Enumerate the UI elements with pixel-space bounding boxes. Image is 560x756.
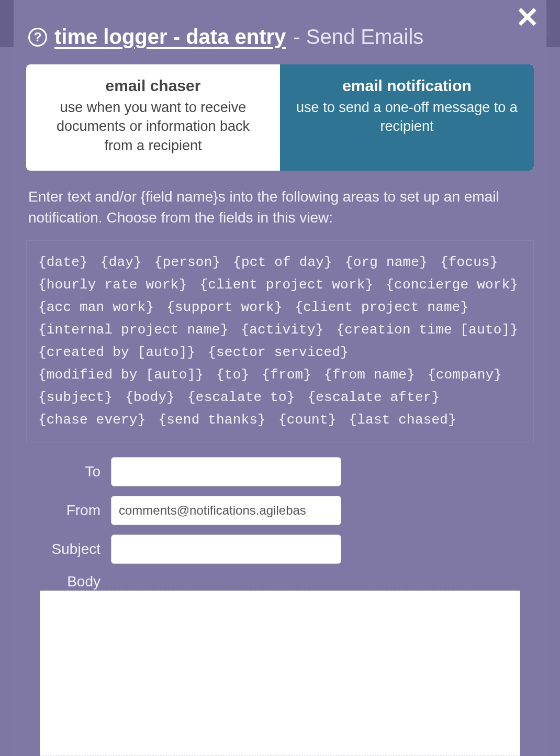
- subject-input[interactable]: [111, 535, 341, 564]
- close-icon[interactable]: ✕: [516, 3, 539, 31]
- field-token[interactable]: {modified by [auto]}: [38, 365, 204, 385]
- body-label: Body: [29, 573, 103, 590]
- subject-label: Subject: [29, 541, 103, 558]
- field-token[interactable]: {day}: [100, 252, 142, 273]
- field-token[interactable]: {acc man work}: [38, 297, 154, 318]
- field-token[interactable]: {client project name}: [295, 297, 469, 318]
- field-token[interactable]: {internal project name}: [38, 320, 228, 340]
- modal-title: ? time logger - data entry - Send Emails: [28, 25, 534, 49]
- modal-title-sub: - Send Emails: [293, 25, 423, 49]
- field-token[interactable]: {subject}: [38, 387, 113, 408]
- field-token[interactable]: {send thanks}: [158, 410, 265, 430]
- field-token[interactable]: {pct of day}: [233, 252, 332, 273]
- to-input[interactable]: [111, 457, 341, 486]
- help-icon[interactable]: ?: [28, 28, 47, 47]
- field-token[interactable]: {focus}: [440, 252, 498, 273]
- field-token[interactable]: {count}: [278, 410, 337, 430]
- from-input[interactable]: [111, 496, 341, 525]
- field-token[interactable]: {client project work}: [199, 275, 373, 295]
- tab-notification-title: email notification: [295, 77, 519, 95]
- tab-email-notification[interactable]: email notification use to send a one-off…: [280, 64, 534, 171]
- to-label: To: [29, 463, 103, 480]
- field-token[interactable]: {date}: [38, 252, 88, 273]
- field-token[interactable]: {chase every}: [38, 410, 145, 430]
- modal-title-main[interactable]: time logger - data entry: [54, 25, 286, 49]
- field-token[interactable]: {support work}: [166, 297, 282, 318]
- field-token[interactable]: {from name}: [324, 365, 415, 385]
- field-token[interactable]: {creation time [auto]}: [337, 320, 519, 340]
- tab-notification-desc: use to send a one-off message to a recip…: [295, 98, 519, 136]
- field-tokens-panel: {date}{day}{person}{pct of day}{org name…: [26, 240, 534, 442]
- tab-chaser-desc: use when you want to receive documents o…: [41, 98, 265, 155]
- field-token[interactable]: {company}: [428, 365, 502, 385]
- field-token[interactable]: {escalate after}: [308, 387, 440, 408]
- field-token[interactable]: {org name}: [345, 252, 428, 273]
- field-token[interactable]: {hourly rate work}: [38, 275, 187, 295]
- field-token[interactable]: {escalate to}: [187, 387, 295, 408]
- field-token[interactable]: {sector serviced}: [208, 342, 349, 363]
- field-token[interactable]: {concierge work}: [386, 275, 518, 295]
- field-token[interactable]: {person}: [154, 252, 220, 273]
- field-token[interactable]: {created by [auto]}: [38, 342, 195, 363]
- body-textarea[interactable]: [40, 591, 520, 756]
- field-token[interactable]: {activity}: [241, 320, 323, 340]
- field-token[interactable]: {from}: [262, 365, 311, 385]
- tab-email-chaser[interactable]: email chaser use when you want to receiv…: [26, 64, 280, 171]
- email-form: To From Subject Body: [29, 457, 534, 590]
- field-token[interactable]: {to}: [216, 365, 249, 385]
- field-token[interactable]: {body}: [125, 387, 175, 408]
- field-token[interactable]: {last chased}: [349, 410, 456, 430]
- instructions-text: Enter text and/or {field name}s into the…: [28, 186, 532, 227]
- email-type-tabs: email chaser use when you want to receiv…: [26, 64, 534, 171]
- from-label: From: [29, 502, 103, 519]
- send-emails-modal: ✕ ? time logger - data entry - Send Emai…: [14, 0, 546, 756]
- tab-chaser-title: email chaser: [41, 77, 265, 95]
